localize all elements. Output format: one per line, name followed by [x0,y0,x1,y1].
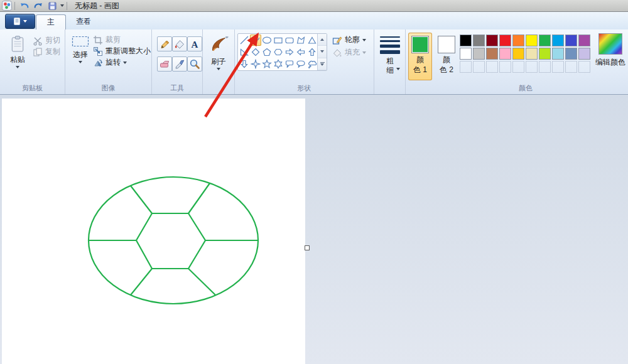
triangle-up-icon [320,38,324,41]
line-thickness-icon [380,36,400,54]
palette-swatch[interactable] [499,35,511,46]
shape-six-point-star-button[interactable] [273,58,284,70]
palette-swatch[interactable] [473,48,485,60]
rounded-callout-icon [284,59,295,69]
tool-magnifier-button[interactable] [187,56,202,72]
shape-polygon-button[interactable] [295,35,306,46]
shape-rounded-callout-button[interactable] [284,58,295,70]
tool-eraser-button[interactable] [157,56,172,72]
palette-empty-slot[interactable] [578,61,590,73]
paste-button[interactable]: 粘贴 [5,33,30,81]
palette-swatch[interactable] [539,48,551,60]
shape-rounded-rectangle-button[interactable] [284,35,295,46]
triangle-down-icon [320,50,324,53]
shape-left-arrow-button[interactable] [295,46,306,58]
select-button[interactable]: 选择 [69,33,92,81]
shapes-scrollbar [317,34,327,70]
palette-swatch[interactable] [565,35,577,46]
rotate-button[interactable]: 旋转 [93,57,127,68]
shape-rectangle-button[interactable] [273,35,284,46]
shapes-scroll-up-button[interactable] [318,34,327,46]
shape-oval-button[interactable] [261,35,273,46]
copy-button[interactable]: 复制 [33,46,60,57]
palette-swatch[interactable] [578,48,590,60]
palette-empty-slot[interactable] [473,61,485,73]
shape-five-point-star-button[interactable] [261,58,273,70]
rainbow-palette-icon [598,33,622,55]
palette-swatch[interactable] [552,48,564,60]
shape-up-arrow-button[interactable] [306,46,318,58]
palette-swatch[interactable] [486,35,498,46]
resize-button[interactable]: 重新调整大小 [93,46,151,56]
palette-swatch[interactable] [512,35,524,46]
edit-colors-button[interactable]: 编辑颜色 [595,33,625,68]
palette-swatch[interactable] [578,35,590,46]
palette-empty-slot[interactable] [552,61,564,73]
palette-swatch[interactable] [512,48,524,60]
palette-swatch[interactable] [499,48,511,60]
text-icon: A [189,38,200,50]
shape-right-triangle-button[interactable] [239,46,250,58]
size-button[interactable]: 粗 细 [377,31,403,89]
tab-home[interactable]: 主页 [36,14,66,29]
palette-empty-slot[interactable] [526,61,538,73]
crop-button[interactable]: 裁剪 [93,35,121,45]
tool-pencil-button[interactable] [157,36,172,51]
palette-empty-slot[interactable] [539,61,551,73]
paint-app-icon[interactable] [2,1,12,11]
undo-button[interactable] [19,1,30,11]
shape-line-button[interactable] [239,35,250,46]
shape-hexagon-button[interactable] [273,46,284,58]
shape-right-arrow-button[interactable] [284,46,295,58]
palette-swatch[interactable] [473,35,485,46]
palette-swatch[interactable] [460,48,472,60]
palette-swatch[interactable] [526,48,538,60]
resize-label: 重新调整大小 [106,46,151,56]
canvas-resize-handle[interactable] [305,245,310,250]
save-button[interactable] [46,1,58,11]
palette-swatch[interactable] [565,48,577,60]
redo-button[interactable] [33,1,44,11]
palette-swatch[interactable] [526,35,538,46]
brushes-button[interactable]: 刷子 [205,33,232,90]
group-size: 粗 细 [374,29,406,94]
tool-text-button[interactable]: A [187,36,202,51]
color1-button[interactable]: 颜 色 1 [408,33,432,80]
shapes-more-button[interactable] [318,58,327,70]
drawing-canvas[interactable] [2,99,305,364]
shape-curve-button[interactable] [250,35,261,46]
group-image: 选择 裁剪 重新调整大小 旋转 图像 [65,29,152,94]
tool-color-picker-button[interactable] [172,56,187,72]
qat-dropdown-icon[interactable] [60,4,64,7]
shape-pentagon-button[interactable] [261,46,273,58]
shape-oval-callout-button[interactable] [295,58,306,70]
palette-empty-slot[interactable] [565,61,577,73]
paint-brush-icon [208,35,229,55]
palette-empty-slot[interactable] [486,61,498,73]
crop-icon [93,35,103,45]
outline-button[interactable]: 轮廓 [332,35,366,45]
fill-button[interactable]: 填充 [332,47,366,58]
palette-swatch[interactable] [486,48,498,60]
shape-diamond-button[interactable] [250,46,261,58]
tab-row: 主页 查看 [0,12,628,29]
shape-triangle-button[interactable] [306,35,318,46]
shape-four-point-star-button[interactable] [250,58,261,70]
tool-fill-with-color-button[interactable] [172,36,187,51]
file-menu-button[interactable] [5,14,35,29]
palette-swatch[interactable] [539,35,551,46]
tab-view[interactable]: 查看 [68,14,99,29]
palette-swatch[interactable] [460,35,472,46]
palette-empty-slot[interactable] [499,61,511,73]
clipboard-icon [11,35,24,53]
shape-down-arrow-button[interactable] [239,58,250,70]
shapes-scroll-down-button[interactable] [318,46,327,58]
palette-swatch[interactable] [552,35,564,46]
group-brushes: 刷子 [203,29,235,94]
color2-button[interactable]: 颜 色 2 [435,33,458,80]
palette-empty-slot[interactable] [512,61,524,73]
more-bar-icon [320,62,325,63]
shape-cloud-callout-button[interactable] [306,58,318,70]
cut-button[interactable]: 剪切 [33,35,60,46]
palette-empty-slot[interactable] [460,61,472,73]
